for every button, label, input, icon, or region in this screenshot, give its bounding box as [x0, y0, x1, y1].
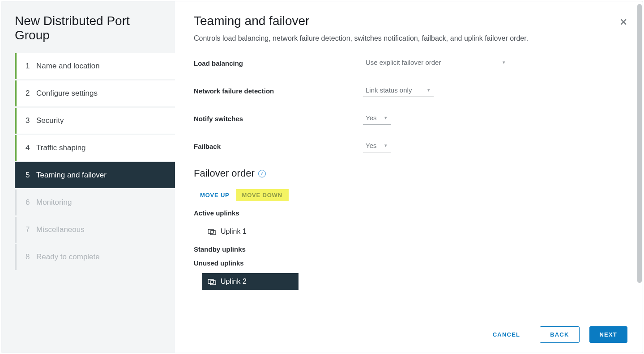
step-label: Configure settings — [36, 89, 98, 98]
select-value: Link status only — [366, 86, 412, 94]
close-icon: ✕ — [619, 17, 627, 28]
step-8: 8Ready to complete — [15, 244, 175, 270]
label-notify-switches: Notify switches — [194, 115, 363, 122]
select-notify-switches[interactable]: Yes ▾ — [363, 112, 391, 125]
step-number: 7 — [26, 225, 36, 234]
step-label: Teaming and failover — [36, 171, 107, 180]
field-failback: Failback Yes ▾ — [194, 140, 625, 152]
failover-order-title: Failover order i — [194, 168, 625, 179]
step-label: Ready to complete — [36, 253, 100, 261]
wizard-footer: CANCEL BACK NEXT — [175, 317, 643, 353]
scrollbar[interactable] — [637, 4, 642, 283]
page-description: Controls load balancing, network failure… — [194, 34, 625, 42]
step-label: Miscellaneous — [36, 225, 85, 234]
uplink-item[interactable]: Uplink 2 — [202, 273, 299, 290]
step-number: 3 — [26, 116, 36, 125]
step-5: 5Teaming and failover — [15, 162, 175, 188]
standby-uplinks-header: Standby uplinks — [194, 245, 625, 253]
label-load-balancing: Load balancing — [194, 59, 363, 67]
failover-list: Active uplinksUplink 1Standby uplinksUnu… — [194, 209, 625, 290]
wizard-title: New Distributed Port Group — [1, 14, 175, 53]
step-2[interactable]: 2Configure settings — [15, 80, 175, 106]
uplink-label: Uplink 2 — [221, 278, 247, 286]
label-failback: Failback — [194, 143, 363, 150]
info-icon[interactable]: i — [258, 170, 266, 177]
svg-rect-3 — [210, 281, 216, 285]
active-uplinks-header: Active uplinks — [194, 209, 625, 217]
step-label: Name and location — [36, 62, 100, 71]
move-down-button[interactable]: MOVE DOWN — [236, 189, 289, 201]
step-number: 4 — [26, 143, 36, 152]
back-button[interactable]: BACK — [540, 326, 579, 343]
step-number: 1 — [26, 62, 36, 71]
scrollbar-thumb[interactable] — [637, 4, 642, 283]
chevron-down-icon: ▾ — [427, 87, 430, 93]
chevron-down-icon: ▾ — [384, 115, 387, 121]
step-label: Traffic shaping — [36, 143, 86, 152]
chevron-down-icon: ▾ — [384, 143, 387, 148]
step-number: 2 — [26, 89, 36, 98]
step-number: 5 — [26, 171, 36, 180]
svg-rect-1 — [210, 231, 216, 235]
move-actions: MOVE UP MOVE DOWN — [194, 189, 625, 201]
cancel-button[interactable]: CANCEL — [483, 327, 530, 342]
uplink-icon — [208, 228, 216, 235]
page-title: Teaming and failover — [194, 14, 625, 28]
uplink-item[interactable]: Uplink 1 — [202, 223, 299, 240]
unused-uplinks-header: Unused uplinks — [194, 259, 625, 267]
step-label: Monitoring — [36, 198, 72, 207]
step-label: Security — [36, 116, 64, 125]
failover-order-text: Failover order — [194, 168, 255, 179]
label-network-failure: Network failure detection — [194, 87, 363, 95]
wizard-modal: New Distributed Port Group 1Name and loc… — [1, 1, 643, 353]
chevron-down-icon: ▾ — [503, 59, 505, 65]
select-value: Yes — [366, 114, 376, 122]
step-1[interactable]: 1Name and location — [15, 53, 175, 79]
step-number: 8 — [26, 253, 36, 261]
select-load-balancing[interactable]: Use explicit failover order ▾ — [363, 57, 509, 69]
step-4[interactable]: 4Traffic shaping — [15, 135, 175, 161]
move-up-button[interactable]: MOVE UP — [194, 189, 236, 201]
uplink-icon — [208, 278, 216, 285]
next-button[interactable]: NEXT — [589, 326, 627, 343]
wizard-steps: 1Name and location2Configure settings3Se… — [1, 53, 175, 270]
uplink-label: Uplink 1 — [221, 228, 247, 236]
select-value: Yes — [366, 142, 376, 149]
step-6: 6Monitoring — [15, 190, 175, 215]
wizard-sidebar: New Distributed Port Group 1Name and loc… — [1, 1, 175, 353]
close-button[interactable]: ✕ — [619, 17, 627, 28]
step-number: 6 — [26, 198, 36, 207]
step-7: 7Miscellaneous — [15, 217, 175, 243]
select-failback[interactable]: Yes ▾ — [363, 140, 391, 152]
field-load-balancing: Load balancing Use explicit failover ord… — [194, 57, 625, 69]
field-network-failure: Network failure detection Link status on… — [194, 84, 625, 97]
wizard-main: ✕ Teaming and failover Controls load bal… — [175, 1, 643, 353]
select-network-failure[interactable]: Link status only ▾ — [363, 84, 434, 97]
select-value: Use explicit failover order — [366, 59, 441, 66]
step-3[interactable]: 3Security — [15, 108, 175, 134]
svg-rect-0 — [208, 229, 213, 233]
field-notify-switches: Notify switches Yes ▾ — [194, 112, 625, 125]
svg-rect-2 — [208, 279, 213, 283]
